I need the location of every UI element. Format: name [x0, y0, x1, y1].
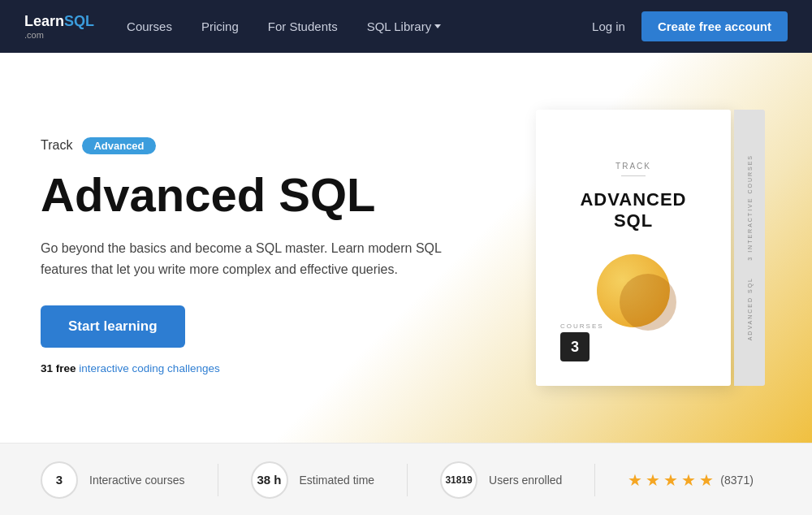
book-track-label: TRACK [615, 162, 651, 171]
logo[interactable]: LearnSQL .com [24, 13, 94, 40]
star-5: ★ [699, 470, 714, 490]
stat-time: 38 h Estimated time [251, 461, 408, 499]
spine-text-bottom: ADVANCED SQL [747, 277, 753, 340]
nav-right: Log in Create free account [592, 11, 788, 41]
stat-courses: 3 Interactive courses [41, 461, 218, 499]
stat-time-label: Estimated time [300, 474, 375, 487]
free-challenges-text: 31 free interactive coding challenges [41, 362, 455, 374]
logo-learn: Learn [24, 13, 64, 29]
start-learning-button[interactable]: Start learning [41, 305, 185, 348]
book-orb-shadow [620, 274, 676, 331]
advanced-badge: Advanced [82, 137, 155, 154]
stat-enrolled-circle: 31819 [440, 461, 477, 499]
hero-visual: TRACK ADVANCED SQL COURSES 3 3 INTERACTI… [471, 53, 812, 443]
stat-enrolled: 31819 Users enrolled [440, 461, 594, 499]
nav-sql-library[interactable]: SQL Library [367, 19, 441, 33]
nav-for-students[interactable]: For Students [268, 19, 338, 33]
logo-sql: SQL [64, 13, 94, 29]
book-courses-label: COURSES [560, 322, 604, 330]
interactive-challenges-link[interactable]: interactive coding challenges [79, 362, 219, 374]
stats-bar: 3 Interactive courses 38 h Estimated tim… [0, 443, 812, 515]
chevron-down-icon [434, 24, 441, 28]
hero-content: Track Advanced Advanced SQL Go beyond th… [41, 137, 455, 375]
rating-count: (8371) [720, 474, 753, 487]
stat-courses-circle: 3 [41, 461, 78, 499]
nav-pricing[interactable]: Pricing [201, 19, 239, 33]
stars-area: ★ ★ ★ ★ ★ (8371) [628, 470, 753, 490]
track-label-row: Track Advanced [41, 137, 455, 154]
book-container: TRACK ADVANCED SQL COURSES 3 3 INTERACTI… [503, 77, 780, 418]
book-front: TRACK ADVANCED SQL COURSES 3 [536, 110, 731, 386]
nav-links: Courses Pricing For Students SQL Library [127, 19, 592, 33]
logo-com: .com [24, 30, 94, 40]
hero-description: Go beyond the basics and become a SQL ma… [41, 238, 455, 279]
hero-section: Track Advanced Advanced SQL Go beyond th… [0, 53, 812, 443]
create-account-button[interactable]: Create free account [641, 11, 788, 41]
track-text: Track [41, 138, 72, 153]
star-4: ★ [681, 470, 696, 490]
star-1: ★ [628, 470, 642, 490]
stat-enrolled-label: Users enrolled [489, 474, 562, 487]
book-spine: 3 INTERACTIVE COURSES ADVANCED SQL [734, 110, 765, 386]
stat-time-circle: 38 h [251, 461, 288, 499]
book-orb [597, 254, 670, 327]
stat-divider-3 [594, 464, 595, 496]
stat-divider-1 [218, 464, 218, 496]
navbar: LearnSQL .com Courses Pricing For Studen… [0, 0, 812, 53]
nav-courses[interactable]: Courses [127, 19, 172, 33]
spine-text-top: 3 INTERACTIVE COURSES [747, 154, 753, 261]
star-3: ★ [663, 470, 678, 490]
book-divider [621, 175, 646, 176]
stat-divider-2 [407, 464, 408, 496]
stat-courses-label: Interactive courses [89, 474, 185, 487]
book-courses-num: 3 [560, 332, 590, 361]
book-title: ADVANCED SQL [580, 189, 686, 232]
login-link[interactable]: Log in [592, 19, 625, 33]
book-courses-badge: COURSES 3 [560, 322, 604, 361]
hero-title: Advanced SQL [41, 169, 455, 221]
star-2: ★ [646, 470, 660, 490]
